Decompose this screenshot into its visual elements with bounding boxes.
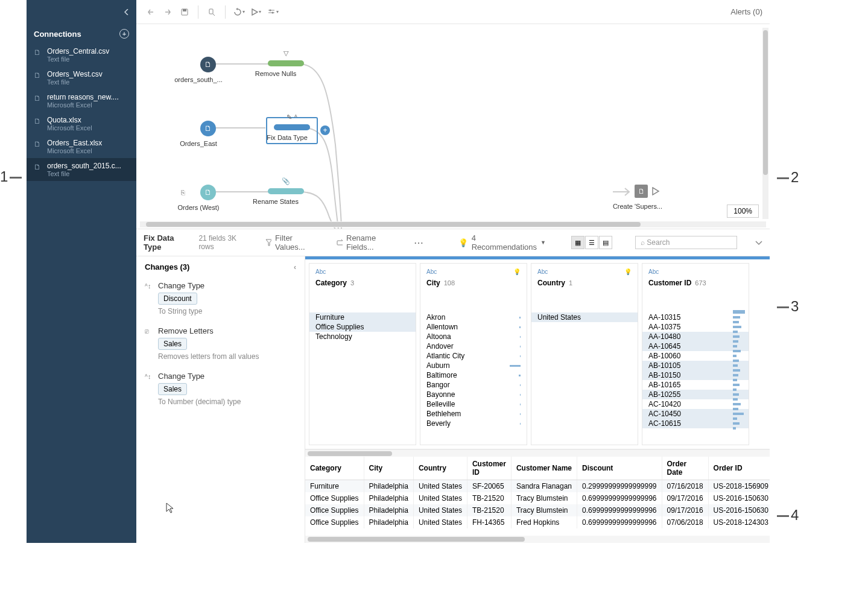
flow-output-node[interactable]: 🗋 Create 'Supers... <box>630 185 665 210</box>
card-value[interactable]: Bayonne <box>420 390 527 399</box>
flow-input-node[interactable]: ⎘ 🗋 Orders (West) <box>191 185 226 211</box>
flow-input-node[interactable]: 🗋 orders_south_... <box>191 57 226 83</box>
card-value[interactable]: Office Supplies <box>309 322 416 332</box>
card-value[interactable]: Andover <box>420 341 527 351</box>
recommendations-button[interactable]: 💡4 Recommendations▼ <box>458 233 546 252</box>
list-view-button[interactable]: ☰ <box>585 236 598 249</box>
card-value[interactable]: Atlantic City <box>420 351 527 361</box>
card-value[interactable]: United States <box>531 312 638 322</box>
card-value[interactable]: Belleville <box>420 399 527 409</box>
changes-title: Changes (3) <box>145 262 189 271</box>
search-icon: ⌕ <box>641 238 645 247</box>
change-item[interactable]: ᴬ↕Change Type Sales To Number (decimal) … <box>136 368 305 413</box>
card-value[interactable]: Technology <box>309 332 416 341</box>
field-count: 1 <box>569 279 572 287</box>
card-value[interactable]: Beverly <box>420 419 527 428</box>
change-item[interactable]: ᴬ↕Change Type Discount To String type <box>136 277 305 323</box>
refresh-button[interactable]: ▾ <box>232 5 246 19</box>
column-header[interactable]: Country <box>413 457 467 480</box>
connection-name: Orders_West.csv <box>47 70 103 78</box>
column-header[interactable]: Customer ID <box>467 457 511 480</box>
zoom-level[interactable]: 100% <box>727 204 759 218</box>
connection-item[interactable]: 🗋 Orders_Central.csv Text file <box>27 43 136 66</box>
connection-item[interactable]: 🗋 Quota.xlsx Microsoft Excel <box>27 112 136 135</box>
table-row[interactable]: Office SuppliesPhiladelphiaUnited States… <box>305 516 770 528</box>
column-header[interactable]: Customer Name <box>511 457 577 480</box>
save-button[interactable] <box>177 5 192 19</box>
connect-button[interactable] <box>204 5 219 19</box>
flow-scrollbar-v[interactable] <box>762 28 768 219</box>
grid-view-button[interactable]: ▤ <box>599 236 612 249</box>
file-icon: 🗋 <box>34 94 42 109</box>
change-description: To Number (decimal) type <box>158 398 296 406</box>
profile-card-city[interactable]: Abc💡 City108 Akron Allentown Altoona And… <box>420 263 527 445</box>
bulb-icon[interactable]: 💡 <box>624 268 632 275</box>
connection-type: Text file <box>47 170 121 177</box>
alerts-link[interactable]: Alerts (0) <box>730 7 762 16</box>
forward-button[interactable] <box>160 5 175 19</box>
collapse-changes-icon[interactable]: ‹ <box>294 263 296 271</box>
svg-line-3 <box>213 14 215 16</box>
run-flow-button[interactable]: ▾ <box>249 5 263 19</box>
column-header[interactable]: Order Date <box>662 457 708 480</box>
card-value[interactable]: Bethlehem <box>420 409 527 419</box>
change-item[interactable]: ⎚Remove Letters Sales Removes letters fr… <box>136 323 305 368</box>
data-grid[interactable]: Category City Country Customer ID Custom… <box>305 457 770 536</box>
change-type-icon: ᴬ↕ <box>145 373 153 381</box>
column-header[interactable]: City <box>364 457 413 480</box>
connection-item[interactable]: 🗋 Orders_East.xlsx Microsoft Excel <box>27 135 136 158</box>
add-step-icon[interactable]: + <box>320 125 330 135</box>
field-count: 108 <box>444 279 455 287</box>
clean-icon: ✎ ᴬ <box>287 113 297 121</box>
flow-step-node[interactable]: 📎 Rename States <box>268 188 304 205</box>
profile-card-customer-id[interactable]: Abc Customer ID673 AA-10315 AA-10375 AA-… <box>642 263 749 445</box>
cards-scrollbar-h[interactable] <box>305 449 770 457</box>
field-name: Category <box>315 279 347 287</box>
column-header[interactable]: Category <box>305 457 364 480</box>
link-icon: ⎘ <box>181 189 185 196</box>
back-button[interactable] <box>144 5 158 19</box>
table-row[interactable]: Office SuppliesPhiladelphiaUnited States… <box>305 492 770 504</box>
card-value[interactable]: Auburn <box>420 361 527 370</box>
rename-fields-button[interactable]: Rename Fields... <box>337 233 398 252</box>
table-row[interactable]: FurniturePhiladelphiaUnited StatesSF-200… <box>305 480 770 493</box>
settings-button[interactable]: ▾ <box>265 5 280 19</box>
flow-canvas[interactable]: 🗋 orders_south_... ▽ Remove Nulls 🗋 Orde… <box>136 24 770 229</box>
connection-item[interactable]: 🗋 orders_south_2015.c... Text file <box>27 158 136 181</box>
flow-step-node[interactable]: ▽ Remove Nulls <box>268 60 304 77</box>
collapse-sidebar-icon[interactable] <box>124 7 129 17</box>
profile-pane: Abc Category3 Furniture Office Supplies … <box>305 256 770 543</box>
flow-input-node[interactable]: 🗋 Orders_East <box>191 121 226 147</box>
card-value[interactable]: Allentown <box>420 322 527 332</box>
connection-item[interactable]: 🗋 Orders_West.csv Text file <box>27 66 136 89</box>
flow-step-node-selected[interactable]: ✎ ᴬ Fix Data Type + <box>266 117 318 144</box>
expand-profile-button[interactable] <box>755 237 762 248</box>
histogram-icon <box>733 310 745 445</box>
column-header[interactable]: Discount <box>577 457 662 480</box>
flow-scrollbar-h[interactable] <box>140 221 766 227</box>
profile-card-country[interactable]: Abc💡 Country1 United States <box>531 263 638 445</box>
card-value[interactable]: Altoona <box>420 332 527 341</box>
more-actions-button[interactable]: ⋯ <box>414 237 423 249</box>
table-row[interactable]: Office SuppliesPhiladelphiaUnited States… <box>305 504 770 516</box>
connection-name: Orders_East.xlsx <box>47 139 102 147</box>
card-value[interactable]: Bangor <box>420 380 527 390</box>
svg-rect-31 <box>733 413 744 415</box>
step-title: Fix Data Type <box>144 233 188 252</box>
grid-scrollbar-h[interactable] <box>305 536 770 543</box>
card-value[interactable]: Furniture <box>309 312 416 322</box>
profile-view-button[interactable]: ▦ <box>571 236 584 249</box>
card-value[interactable]: Akron <box>420 312 527 322</box>
svg-rect-33 <box>733 422 740 425</box>
add-connection-icon[interactable]: + <box>119 29 129 39</box>
bulb-icon[interactable]: 💡 <box>513 268 521 275</box>
card-value[interactable]: Baltimore <box>420 370 527 380</box>
profile-card-category[interactable]: Abc Category3 Furniture Office Supplies … <box>309 263 416 445</box>
output-icon: 🗋 <box>635 185 648 198</box>
search-input[interactable]: ⌕ Search <box>635 236 737 249</box>
connection-item[interactable]: 🗋 return reasons_new.... Microsoft Excel <box>27 89 136 112</box>
column-header[interactable]: Order ID <box>708 457 770 480</box>
run-output-icon[interactable] <box>651 185 660 198</box>
svg-rect-27 <box>733 393 739 396</box>
filter-values-button[interactable]: Filter Values... <box>265 233 318 252</box>
